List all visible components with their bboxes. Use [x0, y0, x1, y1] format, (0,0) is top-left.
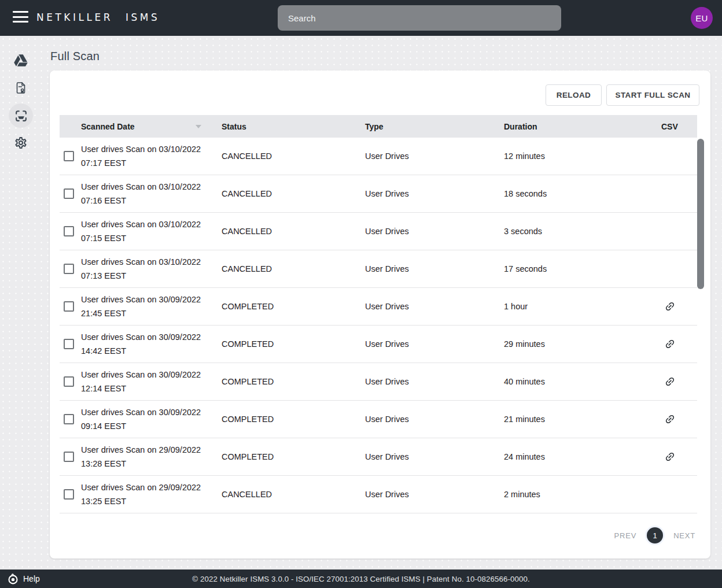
row-checkbox[interactable] — [64, 301, 74, 312]
table-row: User drives Scan on 03/10/2022 07:16 EES… — [60, 175, 697, 213]
app-header: NETKILLER ISMS EU — [0, 0, 722, 36]
row-duration: 17 seconds — [504, 264, 661, 273]
csv-link[interactable] — [664, 451, 676, 463]
prev-page-button[interactable]: PREV — [614, 531, 637, 540]
row-scanned-date: User drives Scan on 03/10/2022 07:17 EES… — [81, 142, 209, 170]
link-icon — [664, 413, 676, 425]
csv-link[interactable] — [664, 376, 676, 387]
row-duration: 24 minutes — [504, 452, 661, 461]
column-header-scanned-date[interactable]: Scanned Date — [60, 122, 222, 131]
row-duration: 3 seconds — [504, 227, 661, 236]
row-checkbox[interactable] — [64, 452, 74, 462]
row-status: COMPLETED — [222, 452, 365, 461]
row-type: User Drives — [365, 151, 504, 161]
row-status: CANCELLED — [222, 227, 365, 236]
row-type: User Drives — [365, 377, 504, 386]
table-scrollbar — [697, 138, 704, 513]
row-checkbox[interactable] — [64, 339, 74, 349]
row-duration: 29 minutes — [504, 339, 661, 349]
table-row: User drives Scan on 30/09/2022 21:45 EES… — [60, 288, 697, 326]
row-checkbox[interactable] — [64, 226, 74, 236]
sidebar-item-drive[interactable] — [13, 53, 28, 71]
row-scanned-date: User drives Scan on 03/10/2022 07:16 EES… — [81, 180, 209, 208]
column-header-duration: Duration — [504, 122, 661, 131]
sidebar-item-full-scan[interactable] — [9, 103, 33, 128]
scanner-icon — [14, 109, 28, 123]
copyright-text: © 2022 Netkiller ISMS 3.0.0 - ISO/IEC 27… — [192, 575, 530, 583]
row-scanned-date: User drives Scan on 30/09/2022 09:14 EES… — [81, 405, 209, 433]
row-duration: 1 hour — [504, 302, 661, 311]
row-duration: 12 minutes — [504, 151, 661, 161]
current-page-button[interactable]: 1 — [647, 527, 663, 543]
help-support-icon — [7, 573, 19, 585]
row-scanned-date: User drives Scan on 30/09/2022 21:45 EES… — [81, 293, 209, 320]
row-checkbox[interactable] — [64, 376, 74, 387]
page-title: Full Scan — [50, 50, 100, 63]
start-full-scan-button[interactable]: START FULL SCAN — [606, 84, 699, 106]
row-scanned-date: User drives Scan on 29/09/2022 13:25 EES… — [81, 480, 209, 508]
row-status: COMPLETED — [222, 415, 365, 424]
row-status: CANCELLED — [222, 264, 365, 273]
row-checkbox[interactable] — [64, 414, 74, 424]
column-header-status: Status — [222, 122, 365, 131]
hamburger-menu-icon[interactable] — [13, 11, 28, 25]
link-icon — [664, 376, 676, 387]
table-row: User drives Scan on 30/09/2022 09:14 EES… — [60, 401, 697, 438]
row-checkbox[interactable] — [64, 188, 74, 199]
content-card: RELOAD START FULL SCAN Scanned Date Stat… — [50, 71, 710, 559]
csv-link[interactable] — [664, 338, 676, 350]
app-screen: NETKILLER ISMS EU — [0, 0, 722, 588]
row-type: User Drives — [365, 264, 504, 273]
row-checkbox[interactable] — [64, 489, 74, 500]
search-input[interactable] — [278, 5, 561, 31]
certificate-document-icon — [14, 81, 28, 95]
row-status: COMPLETED — [222, 339, 365, 349]
sort-desc-icon[interactable] — [196, 125, 201, 128]
csv-link[interactable] — [664, 301, 676, 312]
row-type: User Drives — [365, 227, 504, 236]
next-page-button[interactable]: NEXT — [673, 531, 695, 540]
row-type: User Drives — [365, 302, 504, 311]
row-scanned-date: User drives Scan on 30/09/2022 14:42 EES… — [81, 330, 209, 358]
reload-button[interactable]: RELOAD — [546, 84, 602, 106]
row-type: User Drives — [365, 452, 504, 461]
app-logo: NETKILLER ISMS — [36, 12, 160, 23]
link-icon — [664, 301, 676, 312]
row-type: User Drives — [365, 339, 504, 349]
table-row: User drives Scan on 03/10/2022 07:13 EES… — [60, 250, 697, 288]
google-drive-icon — [13, 53, 28, 68]
help-label: Help — [23, 574, 40, 583]
table-row: User drives Scan on 30/09/2022 12:14 EES… — [60, 363, 697, 401]
row-type: User Drives — [365, 415, 504, 424]
row-status: COMPLETED — [222, 377, 365, 386]
user-avatar[interactable]: EU — [691, 7, 713, 29]
column-header-type: Type — [365, 122, 504, 131]
pagination: PREV 1 NEXT — [614, 527, 695, 543]
table-header-row: Scanned Date Status Type Duration CSV — [60, 115, 697, 138]
app-footer: Help © 2022 Netkiller ISMS 3.0.0 - ISO/I… — [0, 569, 722, 588]
scrollbar-thumb[interactable] — [697, 139, 704, 289]
sidebar-item-certificates[interactable] — [14, 81, 28, 97]
csv-link[interactable] — [664, 413, 676, 425]
row-scanned-date: User drives Scan on 30/09/2022 12:14 EES… — [81, 368, 209, 395]
link-icon — [664, 338, 676, 350]
row-status: COMPLETED — [222, 302, 365, 311]
row-scanned-date: User drives Scan on 29/09/2022 13:28 EES… — [81, 443, 209, 471]
sidebar-item-settings[interactable] — [14, 136, 28, 152]
link-icon — [664, 451, 676, 463]
row-scanned-date: User drives Scan on 03/10/2022 07:15 EES… — [81, 217, 209, 245]
row-status: CANCELLED — [222, 189, 365, 198]
help-button[interactable]: Help — [7, 573, 40, 585]
row-checkbox[interactable] — [64, 264, 74, 274]
column-header-csv: CSV — [661, 122, 697, 131]
scan-table-body: User drives Scan on 03/10/2022 07:17 EES… — [60, 138, 697, 513]
row-duration: 18 seconds — [504, 189, 661, 198]
table-row: User drives Scan on 29/09/2022 13:25 EES… — [60, 476, 697, 513]
row-status: CANCELLED — [222, 490, 365, 499]
table-row: User drives Scan on 30/09/2022 14:42 EES… — [60, 326, 697, 363]
settings-gear-icon — [14, 136, 28, 150]
table-row: User drives Scan on 03/10/2022 07:15 EES… — [60, 213, 697, 250]
row-type: User Drives — [365, 490, 504, 499]
row-checkbox[interactable] — [64, 151, 74, 161]
table-row: User drives Scan on 29/09/2022 13:28 EES… — [60, 438, 697, 476]
